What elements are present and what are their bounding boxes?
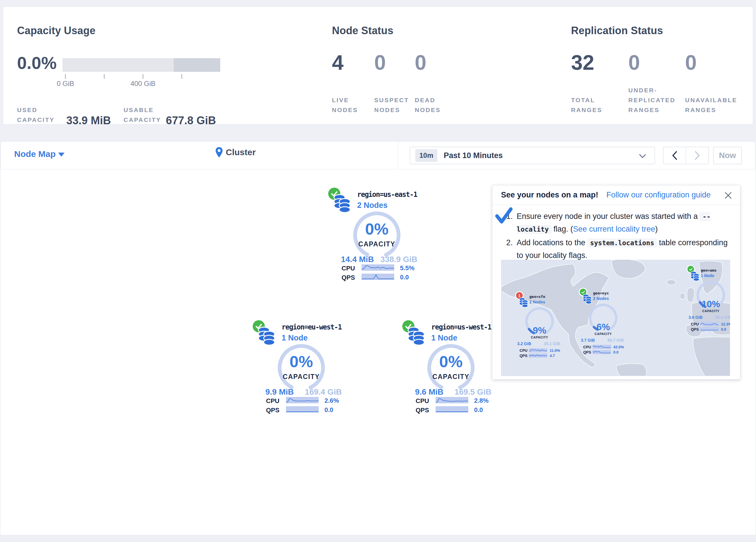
capacity-usage-percent: 0.0% [17, 53, 57, 73]
capacity-total-value: 338.9 GiB [380, 255, 417, 264]
time-range-badge: 10m [415, 149, 437, 162]
capacity-axis-label-400: 400 GiB [131, 80, 156, 88]
cluster-summary-panel: Capacity Usage 0.0% 0 GiB 400 GiB USED C… [3, 6, 753, 124]
popup-step-2: 2. Add locations to the system.locations… [506, 236, 732, 262]
time-range-dropdown[interactable]: 10m Past 10 Minutes [410, 147, 655, 164]
cpu-value: 11.0% [550, 348, 560, 353]
chevron-down-icon [639, 154, 646, 158]
breadcrumb-cluster[interactable]: Cluster [226, 147, 256, 157]
map-node-count: 2 Nodes [593, 296, 609, 301]
cpu-value: 2.6% [324, 397, 339, 405]
cpu-sparkline [436, 397, 468, 403]
qps-sparkline [529, 354, 547, 358]
node-group-icon [333, 193, 351, 214]
locality-tree-link[interactable]: See current locality tree [573, 225, 655, 233]
region-group-us-east-1[interactable]: region=us-east-1 2 Nodes 0% CAPACITY 14.… [313, 186, 441, 286]
capacity-gauge-label: CAPACITY [423, 373, 478, 381]
capacity-axis-tick [104, 74, 104, 79]
map-pin-icon [215, 147, 223, 158]
region-group-eu-west-1[interactable]: region=eu-west-1 1 Node 0% CAPACITY 9.9 … [238, 319, 365, 418]
capacity-gauge-label: CAPACITY [695, 309, 727, 313]
map-node-locality: geo=sfo [529, 295, 545, 299]
map-node-count: 2 Nodes [529, 300, 545, 304]
capacity-usage-bar [63, 58, 220, 72]
capacity-axis-tick [181, 74, 182, 79]
chevron-right-icon [695, 151, 700, 160]
capacity-total-value: 34.4 GiB [712, 315, 730, 320]
capacity-axis-label-0: 0 GiB [57, 80, 74, 88]
popup-steps: 1. Ensure every node in your cluster was… [506, 210, 732, 263]
capacity-total-value: 169.5 GiB [454, 387, 491, 397]
used-capacity-value: 33.9 MiB [66, 114, 111, 127]
capacity-gauge-percent: 0% [423, 352, 478, 371]
now-button[interactable]: Now [713, 147, 742, 164]
qps-sparkline [286, 406, 319, 413]
capacity-gauge-percent: 6% [587, 322, 619, 333]
cpu-row-label: CPU [266, 397, 279, 405]
capacity-axis-tick [65, 74, 66, 79]
time-step-forward-button[interactable] [686, 147, 709, 164]
popup-title: See your nodes on a map! [501, 190, 598, 199]
cpu-value: 2.8% [474, 397, 489, 405]
under-replicated-label: UNDER- REPLICATED RANGES [628, 85, 676, 115]
capacity-gauge-label: CAPACITY [587, 332, 619, 336]
unavailable-label: UNAVAILABLE RANGES [685, 95, 737, 115]
capacity-total-value: 65.7 GiB [604, 338, 624, 343]
map-node-sfo[interactable]: 1 geo=sfo 2 Nodes 9% CAPACITY 3.2 GiB 35… [515, 292, 561, 358]
region-locality-label: region=us-east-1 [357, 190, 417, 198]
node-map-config-popup: See your nodes on a map! Follow our conf… [492, 185, 740, 380]
qps-row-label: QPS [691, 327, 699, 332]
qps-value: 0.0 [324, 406, 333, 414]
map-node-count: 1 Node [701, 273, 714, 278]
node-status-title: Node Status [332, 25, 393, 37]
toolbar-divider [398, 141, 398, 169]
configuration-guide-link[interactable]: Follow our configuration guide [606, 190, 711, 199]
node-group-icon [408, 326, 425, 347]
capacity-used-value: 3.2 GiB [517, 341, 531, 346]
live-nodes-count: 4 [332, 51, 344, 74]
cpu-sparkline [700, 322, 719, 326]
capacity-gauge-percent: 9% [524, 325, 555, 336]
breadcrumb: Cluster [215, 147, 256, 158]
map-node-ams[interactable]: geo=ams 1 Node 10% CAPACITY 3.6 GiB 34.4… [686, 265, 730, 332]
capacity-total-value: 35.1 GiB [540, 341, 560, 346]
qps-value: 0.0 [613, 350, 619, 354]
capacity-used-value: 3.7 GiB [581, 338, 595, 343]
node-group-icon [258, 326, 275, 347]
capacity-gauge-percent: 0% [274, 352, 329, 371]
done-check-mark [494, 206, 513, 225]
time-range-label: Past 10 Minutes [444, 151, 503, 160]
region-locality-label: region=eu-west-1 [282, 323, 342, 331]
dead-nodes-label: DEAD NODES [415, 95, 441, 115]
time-step-controls [663, 147, 709, 164]
cpu-row-label: CPU [583, 345, 591, 349]
close-icon[interactable] [724, 191, 733, 200]
world-map-preview: 1 geo=sfo 2 Nodes 9% CAPACITY 3.2 GiB 35… [501, 260, 730, 376]
capacity-gauge-percent: 0% [349, 219, 404, 238]
under-replicated-count: 0 [628, 51, 640, 74]
view-selector-dropdown[interactable]: Node Map [14, 149, 56, 159]
qps-row-label: QPS [266, 407, 279, 414]
qps-sparkline [700, 327, 719, 331]
suspect-nodes-count: 0 [374, 51, 386, 74]
suspect-nodes-label: SUSPECT NODES [374, 95, 409, 115]
map-toolbar: Node Map Cluster 10m Past 10 Minutes Now [1, 141, 755, 169]
cpu-row-label: CPU [691, 322, 699, 326]
chevron-left-icon [672, 151, 677, 160]
unavailable-count: 0 [685, 51, 697, 74]
dead-nodes-count: 0 [415, 51, 426, 74]
cpu-row-label: CPU [520, 348, 527, 353]
qps-value: 0.0 [721, 327, 726, 332]
capacity-total-value: 169.4 GiB [304, 387, 342, 397]
map-node-nyc[interactable]: geo=nyc 2 Nodes 6% CAPACITY 3.7 GiB 65.7… [579, 288, 625, 355]
qps-value: 0.0 [474, 406, 483, 414]
cpu-row-label: CPU [342, 264, 355, 272]
replication-status-title: Replication Status [571, 25, 663, 37]
capacity-gauge-label: CAPACITY [524, 336, 555, 339]
qps-row-label: QPS [583, 350, 591, 354]
capacity-used-value: 3.6 GiB [689, 315, 702, 320]
time-step-back-button[interactable] [663, 147, 686, 164]
total-ranges-label: TOTAL RANGES [571, 95, 602, 115]
capacity-gauge-percent: 10% [695, 299, 727, 310]
qps-sparkline [592, 350, 611, 354]
